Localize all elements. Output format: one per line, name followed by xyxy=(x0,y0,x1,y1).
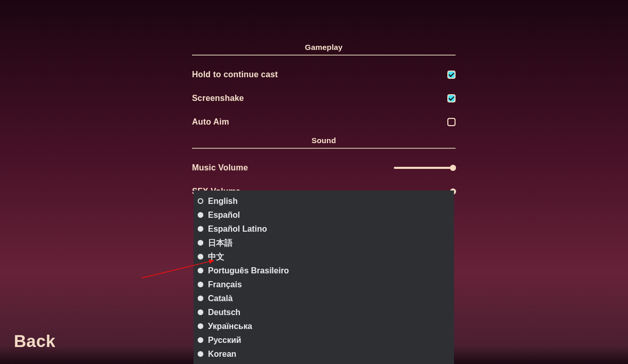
setting-screenshake: Screenshake xyxy=(192,86,456,110)
language-option[interactable]: Português Brasileiro xyxy=(194,264,454,278)
language-option-label: Deutsch xyxy=(208,308,240,317)
language-option[interactable]: Русский xyxy=(194,333,454,347)
section-header-sound: Sound xyxy=(192,136,456,149)
language-option-label: Català xyxy=(208,294,233,303)
radio-icon xyxy=(198,226,203,232)
language-option[interactable]: English xyxy=(194,194,454,208)
slider-track xyxy=(394,167,456,169)
radio-icon xyxy=(198,198,203,204)
section-header-gameplay: Gameplay xyxy=(192,43,456,56)
setting-label: Hold to continue cast xyxy=(192,70,278,79)
language-option-label: Português Brasileiro xyxy=(208,267,289,275)
language-option[interactable]: 日本語 xyxy=(194,236,454,250)
language-option[interactable]: 中文 xyxy=(194,250,454,264)
radio-icon xyxy=(198,212,203,218)
radio-icon xyxy=(198,240,203,246)
back-button[interactable]: Back xyxy=(14,332,56,351)
language-dropdown[interactable]: EnglishEspañolEspañol Latino日本語中文Portugu… xyxy=(194,190,454,364)
radio-icon xyxy=(198,323,203,329)
language-option-label: Українська xyxy=(208,322,252,331)
slider-thumb[interactable] xyxy=(450,165,456,171)
radio-icon xyxy=(198,351,203,357)
setting-label: Auto Aim xyxy=(192,117,229,127)
radio-icon xyxy=(198,337,203,343)
language-option[interactable]: Deutsch xyxy=(194,305,454,319)
language-option-label: Русский xyxy=(208,336,241,344)
language-option[interactable]: Español Latino xyxy=(194,222,454,236)
language-option[interactable]: Español xyxy=(194,208,454,222)
checkbox-screenshake[interactable] xyxy=(447,94,456,102)
settings-panel: Gameplay Hold to continue cast Screensha… xyxy=(192,43,456,203)
setting-hold-to-continue-cast: Hold to continue cast xyxy=(192,63,456,86)
radio-icon xyxy=(198,282,203,287)
language-option[interactable]: Français xyxy=(194,278,454,291)
radio-icon xyxy=(198,309,203,315)
language-option-label: Français xyxy=(208,281,242,289)
setting-label: Music Volume xyxy=(192,163,248,172)
language-option-label: Español Latino xyxy=(208,225,267,233)
setting-auto-aim: Auto Aim xyxy=(192,110,456,134)
language-option-label: Español xyxy=(208,211,240,219)
radio-icon xyxy=(198,254,203,259)
language-option[interactable]: Català xyxy=(194,291,454,305)
radio-icon xyxy=(198,268,203,273)
checkbox-hold-to-continue-cast[interactable] xyxy=(447,71,456,79)
checkbox-auto-aim[interactable] xyxy=(447,118,456,126)
setting-music-volume: Music Volume xyxy=(192,156,456,180)
language-option-label: Korean xyxy=(208,350,236,358)
language-option[interactable]: Українська xyxy=(194,319,454,333)
language-option-label: 中文 xyxy=(208,253,224,261)
language-option[interactable]: Korean xyxy=(194,347,454,361)
radio-icon xyxy=(198,296,203,301)
slider-music-volume[interactable] xyxy=(394,164,456,172)
setting-label: Screenshake xyxy=(192,94,244,103)
language-option-label: 日本語 xyxy=(208,239,233,247)
language-option-label: English xyxy=(208,197,238,205)
